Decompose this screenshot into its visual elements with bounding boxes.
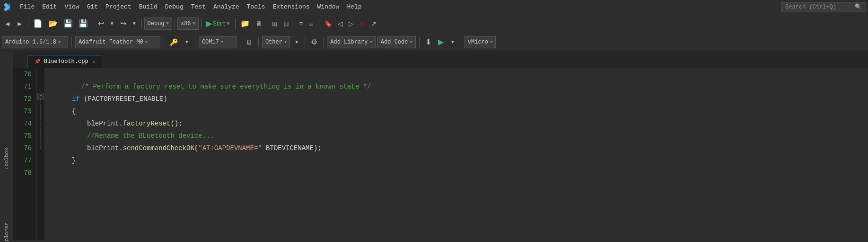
back-button[interactable]: ◄: [2, 17, 13, 30]
menu-test[interactable]: Test: [187, 0, 210, 14]
search-box[interactable]: Search (Ctrl+Q) 🔍: [781, 2, 866, 12]
device-dropdown[interactable]: Adafruit Feather M0 ▼: [75, 36, 160, 48]
vmicro-arrow: ▼: [490, 40, 492, 45]
settings-button[interactable]: ⚙: [308, 36, 320, 49]
debug-config-dropdown[interactable]: Debug ▼: [144, 18, 172, 30]
board-arrow: ▼: [58, 40, 61, 45]
add-library-label: Add Library: [330, 39, 368, 45]
search-placeholder: Search (Ctrl+Q): [785, 4, 836, 10]
collapse-gutter: −: [37, 68, 44, 240]
code-text-76a: blePrint.: [87, 142, 123, 154]
tab-close-icon[interactable]: ✕: [92, 59, 96, 65]
search-icon: 🔍: [855, 3, 862, 10]
platform-arrow: ▼: [193, 21, 195, 26]
key-dropdown[interactable]: ▼: [182, 36, 192, 49]
indent-button[interactable]: ⊞: [270, 17, 280, 30]
menu-file[interactable]: File: [16, 0, 38, 14]
code-line-73: {: [49, 105, 868, 117]
menu-view[interactable]: View: [61, 0, 83, 14]
code-content[interactable]: /* Perform a factory reset to make sure …: [44, 68, 868, 240]
other-extra-button[interactable]: ▼: [292, 36, 301, 49]
platform-label: x86: [181, 20, 191, 27]
platform-dropdown[interactable]: x86 ▼: [177, 18, 199, 30]
line-numbers: 70 71 72 73 74 75 76 77 78: [13, 68, 37, 240]
bookmark-button[interactable]: 🔖: [322, 17, 334, 30]
other-dropdown[interactable]: Other ▼: [262, 36, 290, 48]
tab-pin-icon: 📌: [35, 59, 40, 64]
nav-next-button[interactable]: ▷: [346, 17, 356, 30]
redo-button[interactable]: ↪: [118, 17, 129, 30]
side-panel: Toolbox Cloud Explorer: [0, 121, 13, 242]
debug-config-arrow: ▼: [167, 21, 169, 26]
sep-t2-1: [71, 37, 72, 47]
download-button[interactable]: ⬇: [423, 36, 434, 49]
key-button[interactable]: 🔑: [167, 36, 180, 49]
separator6: [235, 18, 236, 29]
tab-bluetooth-label: BlueTooth.cpp: [44, 58, 88, 65]
separator8: [294, 18, 294, 29]
vmicro-label: vMicro: [468, 39, 488, 45]
save-all-button[interactable]: 💾: [76, 17, 90, 30]
menu-edit[interactable]: Edit: [38, 0, 61, 14]
vmicro-dropdown[interactable]: vMicro ▼: [465, 36, 496, 48]
comment-button[interactable]: ⊟: [281, 17, 291, 30]
redo-dropdown[interactable]: ▼: [130, 17, 139, 30]
undo-button[interactable]: ↩: [96, 17, 106, 30]
func-send-command: sendCommandCheckOK: [123, 142, 194, 154]
tab-bluetooth[interactable]: 📌 BlueTooth.cpp ✕: [27, 55, 102, 68]
serial-button[interactable]: 🖥: [244, 36, 255, 49]
separator3: [141, 18, 142, 29]
nav-prev-button[interactable]: ◁: [335, 17, 345, 30]
code-text-74: blePrint.: [87, 117, 123, 130]
menu-extensions[interactable]: Extensions: [269, 0, 314, 14]
cloud-explorer-label[interactable]: Cloud Explorer: [3, 221, 10, 242]
add-code-label: Add Code: [381, 39, 408, 45]
code-line-78: [49, 167, 868, 179]
port-dropdown[interactable]: COM17 ▼: [199, 36, 237, 48]
sep-t2-9: [461, 37, 461, 47]
sep-t2-4: [240, 37, 240, 47]
new-file-button[interactable]: 📄: [31, 17, 45, 30]
menu-build[interactable]: Build: [135, 0, 161, 14]
other-arrow: ▼: [284, 40, 287, 45]
separator5: [201, 18, 202, 29]
play-button[interactable]: ▶: [436, 36, 446, 49]
line-num-70: 70: [16, 68, 32, 81]
forward-button[interactable]: ►: [14, 17, 26, 30]
toolbox-label[interactable]: Toolbox: [3, 146, 10, 171]
port-arrow: ▼: [221, 40, 223, 45]
code-line-74: blePrint.factoryReset();: [49, 117, 868, 130]
menu-git[interactable]: Git: [83, 0, 102, 14]
start-button[interactable]: ▶ Start ▼: [204, 17, 233, 30]
open-button[interactable]: 📂: [46, 17, 60, 30]
menu-project[interactable]: Project: [102, 0, 135, 14]
save-button[interactable]: 💾: [61, 17, 75, 30]
separator9: [319, 18, 319, 29]
folder-button[interactable]: 📁: [238, 17, 252, 30]
add-library-dropdown[interactable]: Add Library ▼: [327, 36, 376, 48]
collapse-button-72[interactable]: −: [37, 93, 44, 99]
extra-nav-button[interactable]: ↗: [368, 17, 379, 30]
tab-bar: 📌 BlueTooth.cpp ✕: [13, 51, 868, 68]
toolbar1: ◄ ► 📄 📂 💾 💾 ↩ ▼ ↪ ▼ Debug ▼ x86 ▼ ▶ Star…: [0, 14, 868, 33]
board-dropdown[interactable]: Arduino 1.6/1.8 ▼: [2, 36, 68, 48]
code-line-75: //Rename the BLuetooth device...: [49, 130, 868, 142]
align-right-button[interactable]: ≣: [306, 17, 316, 30]
menu-window[interactable]: Window: [314, 0, 343, 14]
menu-tools[interactable]: Tools: [243, 0, 269, 14]
code-text-76b: (: [194, 142, 198, 154]
debug-config-label: Debug: [148, 20, 165, 27]
play-dropdown[interactable]: ▼: [448, 36, 457, 49]
align-left-button[interactable]: ≡: [297, 17, 305, 30]
code-line-71: /* Perform a factory reset to make sure …: [49, 81, 868, 93]
start-icon: ▶: [206, 19, 212, 28]
menu-help[interactable]: Help: [343, 0, 365, 14]
monitor-button[interactable]: 🖥: [253, 17, 264, 30]
code-line-70: [49, 68, 868, 81]
undo-dropdown[interactable]: ▼: [107, 17, 117, 30]
separator2: [93, 18, 93, 29]
menu-analyze[interactable]: Analyze: [210, 0, 243, 14]
menu-debug[interactable]: Debug: [161, 0, 187, 14]
nav-close-button[interactable]: ✕: [357, 17, 368, 30]
add-code-dropdown[interactable]: Add Code ▼: [377, 36, 416, 48]
